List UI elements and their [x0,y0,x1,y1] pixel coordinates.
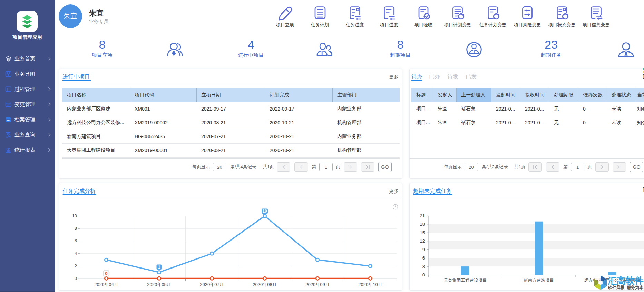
svg-text:0: 0 [422,272,425,277]
svg-text:0: 0 [75,276,77,281]
svg-text:15: 15 [420,230,425,235]
svg-text:21: 21 [420,213,425,218]
svg-text:0: 0 [105,271,108,276]
svg-text:6: 6 [422,255,425,261]
svg-text:6: 6 [75,238,77,243]
svg-text:2020年05月: 2020年05月 [147,282,171,287]
svg-text:8: 8 [75,226,77,231]
svg-text:2020年10月: 2020年10月 [358,282,382,287]
svg-text:2: 2 [75,263,77,269]
svg-text:2020年08月: 2020年08月 [253,282,276,287]
svg-text:1: 1 [158,265,160,270]
svg-text:2020年04月: 2020年04月 [94,282,118,287]
svg-text:18: 18 [420,222,425,227]
svg-text:2020年09月: 2020年09月 [305,282,329,287]
svg-text:9: 9 [422,247,425,252]
svg-text:4: 4 [75,251,77,256]
svg-text:新南方建筑项目: 新南方建筑项目 [524,278,554,283]
svg-text:汇高软件: 汇高软件 [607,276,644,286]
svg-text:软件是根 服务为本: 软件是根 服务为本 [608,285,643,290]
svg-text:12: 12 [420,238,425,244]
svg-text:10: 10 [72,213,77,218]
svg-text:10: 10 [262,209,267,214]
svg-text:天奥集团工程建设项目: 天奥集团工程建设项目 [444,278,487,283]
svg-text:2020年07月: 2020年07月 [200,282,224,287]
svg-text:3: 3 [422,264,425,269]
